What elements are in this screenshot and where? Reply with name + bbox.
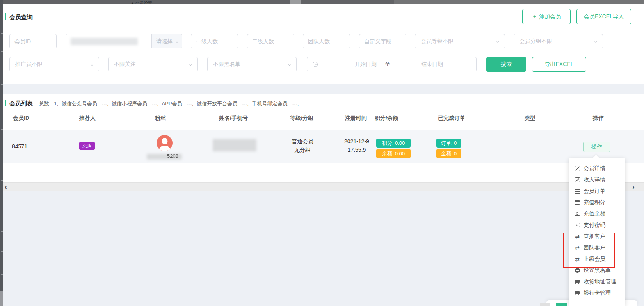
menu-item-address-management[interactable]: 收货地址管理: [569, 276, 625, 287]
horizontal-scrollbar[interactable]: ‹ ›: [3, 182, 644, 191]
menu-item-member-orders[interactable]: 会员订单: [569, 185, 625, 197]
keyword-input[interactable]: [66, 34, 151, 48]
menu-item-bankcard-management[interactable]: 银行卡管理: [569, 287, 625, 299]
member-group: 无分组: [285, 146, 320, 154]
reg-time: 17:55:9: [340, 146, 374, 154]
red-highlight-box: [563, 233, 615, 268]
amount-badge: 金额: 0: [436, 149, 461, 158]
browser-tab-fragment: ● 会员设置: [131, 0, 152, 4]
row-action-dropdown: 会员详情 收入详情 会员订单 充值积分 充值余额 支付密码 ⇄ 直推客户 ⇄ 团…: [569, 158, 625, 306]
chevron-down-icon: [288, 62, 292, 66]
edit-icon: [574, 166, 580, 171]
follow-placeholder: 不限关注: [114, 61, 136, 68]
date-range-picker[interactable]: 开始日期 至 结束日期: [307, 57, 477, 71]
search-button-label: 搜索: [501, 61, 512, 68]
row-action-button[interactable]: 操作: [583, 142, 610, 152]
level-group-cell: 普通会员 无分组: [285, 137, 320, 154]
truck-icon: [574, 290, 580, 295]
redacted-keyword-text: [71, 38, 138, 45]
chevron-down-icon: [90, 62, 94, 66]
promoter-placeholder: 推广员不限: [15, 61, 43, 68]
fan-name-fragment: 5208: [167, 153, 178, 159]
export-excel-button[interactable]: 导出EXCEL: [532, 57, 586, 72]
member-level-select[interactable]: 会员等级不限: [415, 34, 505, 48]
chevron-down-icon: [496, 39, 500, 43]
table-row: 84571 总店 5208 普通会员 无分组 2021-12-9 17:55:9…: [3, 130, 644, 163]
col-points: 积分/余额: [375, 115, 398, 122]
member-id-input[interactable]: [9, 34, 57, 48]
member-group-placeholder: 会员分组不限: [519, 38, 552, 45]
follow-select[interactable]: 不限关注: [108, 57, 198, 71]
member-id-value: 84571: [12, 143, 27, 149]
chevron-down-icon: [189, 62, 193, 66]
col-type: 类型: [525, 115, 535, 122]
blacklist-icon: [574, 268, 580, 273]
truck-icon: [574, 279, 580, 284]
menu-item-pay-password[interactable]: 支付密码: [569, 219, 625, 231]
col-member-id: 会员ID: [13, 115, 29, 122]
blacklist-select[interactable]: 不限黑名单: [207, 57, 297, 71]
promoter-select[interactable]: 推广员不限: [9, 57, 99, 71]
pagination-prev-fragment[interactable]: [540, 303, 550, 306]
member-list-title: 会员列表: [9, 100, 33, 107]
col-orders: 已完成订单: [438, 115, 465, 122]
col-actions: 操作: [593, 115, 604, 122]
list-icon: [574, 189, 580, 194]
orders-badge: 订单: 0: [436, 139, 461, 148]
chevron-down-icon: [175, 39, 179, 43]
excel-import-label: 会员EXCEL导入: [584, 13, 624, 20]
keyword-combo-input[interactable]: 请选择: [66, 34, 182, 48]
section-accent-bar: [5, 100, 6, 106]
col-name-phone: 姓名/手机号: [219, 115, 248, 122]
reg-time-cell: 2021-12-9 17:55:9: [340, 137, 374, 154]
points-badge: 积分: 0.00: [376, 139, 411, 148]
member-list-panel: 会员列表 总数: 1, 微信公众号会员: ---, 微信小程序会员: ---, …: [3, 94, 644, 182]
export-excel-label: 导出EXCEL: [545, 61, 574, 68]
col-reg-time: 注册时间: [345, 115, 367, 122]
row-action-label: 操作: [591, 144, 602, 151]
banknote-icon: [574, 212, 580, 216]
menu-item-recharge-points[interactable]: 充值积分: [569, 197, 625, 208]
search-button[interactable]: 搜索: [486, 57, 526, 72]
section-accent-bar: [5, 13, 6, 20]
team-count-input[interactable]: [303, 34, 350, 48]
balance-badge: 余额: 0.00: [376, 149, 411, 158]
member-stats-text: 总数: 1, 微信公众号会员: ---, 微信小程序会员: ---, APP会员…: [39, 100, 299, 107]
banknote-icon: [574, 223, 580, 227]
reg-date: 2021-12-9: [340, 137, 374, 146]
edit-icon: [574, 177, 580, 182]
level1-count-input[interactable]: [191, 34, 238, 48]
add-member-button[interactable]: ＋ 添加会员: [522, 9, 571, 24]
browser-top-strip: ● 会员设置: [0, 0, 644, 4]
redacted-name-phone: [213, 139, 256, 151]
bank-card-icon: [574, 200, 580, 205]
fan-avatar: [157, 135, 173, 151]
top-strip-patch: [290, 0, 301, 4]
col-level-group: 等级/分组: [290, 115, 313, 122]
member-level-placeholder: 会员等级不限: [421, 38, 454, 45]
custom-field-input[interactable]: [359, 34, 406, 48]
pagination-active-fragment[interactable]: [556, 303, 567, 306]
member-group-select[interactable]: 会员分组不限: [514, 34, 603, 48]
add-member-label: 添加会员: [539, 13, 561, 20]
scroll-right-icon[interactable]: ›: [632, 183, 635, 192]
chevron-down-icon: [594, 39, 598, 43]
excel-import-button[interactable]: 会员EXCEL导入: [576, 9, 631, 24]
level2-count-input[interactable]: [247, 34, 294, 48]
end-date-input[interactable]: 结束日期: [401, 61, 463, 68]
keyword-type-placeholder: 请选择: [156, 38, 173, 45]
top-strip-patch: [394, 0, 644, 4]
search-panel-title: 会员查询: [9, 14, 33, 21]
member-level: 普通会员: [285, 137, 320, 146]
keyword-type-select[interactable]: 请选择: [151, 34, 182, 48]
menu-item-recharge-balance[interactable]: 充值余额: [569, 208, 625, 219]
scroll-left-icon[interactable]: ‹: [5, 183, 7, 192]
menu-item-income-detail[interactable]: 收入详情: [569, 174, 625, 185]
menu-item-member-detail[interactable]: 会员详情: [569, 163, 625, 174]
referrer-badge: 总店: [79, 142, 95, 150]
col-fans: 粉丝: [155, 115, 166, 122]
clock-icon: [313, 62, 318, 67]
col-referrer: 推荐人: [79, 115, 96, 122]
member-search-panel: 会员查询 ＋ 添加会员 会员EXCEL导入 请选择 会员等级不限 会员分组不限 …: [3, 4, 644, 84]
date-range-separator: 至: [383, 61, 392, 68]
